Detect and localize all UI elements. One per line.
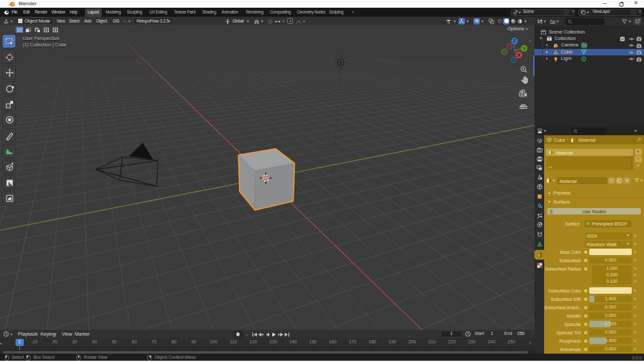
svg-text:Y: Y — [522, 46, 526, 52]
svg-text:Z: Z — [513, 38, 516, 44]
svg-text:X: X — [517, 52, 520, 58]
